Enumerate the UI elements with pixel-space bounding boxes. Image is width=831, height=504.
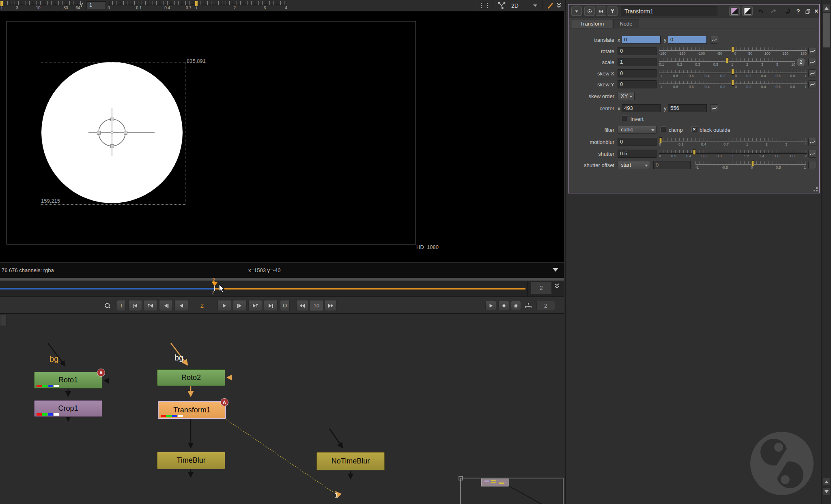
properties-scrollbar[interactable] xyxy=(821,0,831,504)
shutter-offset-slider[interactable]: -1-0.500.51 xyxy=(695,161,806,169)
invert-checkbox[interactable] xyxy=(622,116,627,121)
roto2-mask-input-stub[interactable] xyxy=(226,375,232,380)
view-mode-dropdown-arrow[interactable] xyxy=(533,4,537,7)
node-timeblur[interactable]: TimeBlur xyxy=(157,452,225,469)
shutter-offset-field[interactable]: 0 xyxy=(653,161,691,169)
annotation-pen-icon[interactable] xyxy=(546,2,554,9)
input-range-button[interactable]: I xyxy=(117,300,126,311)
scale-field[interactable]: 1 xyxy=(618,58,657,66)
frame-counter-box[interactable]: 2 xyxy=(536,301,555,310)
undo-button[interactable] xyxy=(755,6,766,16)
viewer-canvas[interactable]: 835,891 159,215 HD_1080 xyxy=(0,11,564,262)
node-crop1[interactable]: Crop1 xyxy=(34,400,102,417)
status-dropdown-arrow[interactable] xyxy=(553,268,558,272)
node-graph[interactable]: bg bg 1 Roto1 A Crop1 Roto2 xyxy=(0,313,564,504)
motionblur-animation-button[interactable] xyxy=(808,138,816,146)
skew-y-field[interactable]: 0 xyxy=(618,80,657,88)
next-keyframe-button[interactable] xyxy=(248,300,262,311)
slider-handle[interactable] xyxy=(659,137,662,143)
motionblur-slider[interactable]: 00.10.40.71234 xyxy=(659,138,807,146)
previous-keyframe-button[interactable] xyxy=(144,300,157,311)
step-forward-button[interactable] xyxy=(233,300,247,311)
skew-y-slider[interactable]: -1-0.8-0.6-0.4-0.200.20.40.60.81 xyxy=(659,81,807,89)
gamma-value-field[interactable]: 1 xyxy=(86,1,106,9)
connection-in-notimeblur[interactable] xyxy=(329,429,342,448)
slider-handle[interactable] xyxy=(732,47,734,52)
current-frame-field[interactable]: 2 xyxy=(194,302,210,309)
gain-slider-handle[interactable] xyxy=(0,1,3,6)
center-controls-button[interactable] xyxy=(584,6,595,16)
frame-range-lock-button[interactable]: O xyxy=(280,300,290,311)
help-button[interactable]: ? xyxy=(794,6,802,16)
shutter-offset-dropdown[interactable]: start xyxy=(618,161,650,169)
shutter-field[interactable]: 0.5 xyxy=(618,150,657,158)
play-forward-button[interactable] xyxy=(217,300,231,311)
transform-center-widget[interactable] xyxy=(69,90,174,176)
timeline[interactable]: 2 2 2 xyxy=(0,278,564,296)
onscreen-controls-button[interactable] xyxy=(596,6,606,16)
tab-transform[interactable]: Transform xyxy=(572,19,612,28)
lock-range-button[interactable] xyxy=(511,301,521,310)
decrease-fps-button[interactable] xyxy=(296,300,308,311)
fps-field[interactable]: 10 xyxy=(310,300,323,311)
scale-slider[interactable]: 0.10.20.30.5123510 xyxy=(659,58,795,66)
center-animation-button[interactable] xyxy=(710,104,718,112)
shutter-animation-button[interactable] xyxy=(808,150,816,158)
translate-animation-button[interactable] xyxy=(710,36,718,44)
skew-x-animation-button[interactable] xyxy=(808,69,816,77)
skew-x-slider[interactable]: -1-0.8-0.6-0.4-0.200.20.40.60.81 xyxy=(659,70,807,78)
scroll-up-button[interactable] xyxy=(822,4,831,12)
scale-animation-button[interactable] xyxy=(808,58,816,66)
increase-fps-button[interactable] xyxy=(325,300,337,311)
timeline-zoom-strip[interactable] xyxy=(0,278,564,281)
shutter-slider[interactable]: 00.20.40.60.811.21.41.61.82 xyxy=(659,150,807,158)
slider-handle[interactable] xyxy=(732,80,734,86)
slider-handle[interactable] xyxy=(693,149,696,155)
step-back-button[interactable] xyxy=(159,300,173,311)
rotate-field[interactable]: 0 xyxy=(618,47,657,55)
go-to-end-button[interactable] xyxy=(264,300,278,311)
panel-resize-grip[interactable] xyxy=(816,190,818,191)
roi-marquee-icon[interactable] xyxy=(480,2,489,9)
node-name-field[interactable]: Transform1 xyxy=(621,6,717,16)
timeline-display-mode-icon[interactable] xyxy=(523,301,534,310)
go-to-start-button[interactable] xyxy=(128,300,142,311)
gain-slider[interactable]: 13103064 xyxy=(0,1,81,11)
redo-button[interactable] xyxy=(768,6,779,16)
tracker-icon[interactable] xyxy=(497,2,506,9)
skew-x-field[interactable]: 0 xyxy=(618,69,657,77)
close-panel-button[interactable]: × xyxy=(813,6,820,16)
revert-button[interactable] xyxy=(781,6,792,16)
translate-y-field[interactable]: 0 xyxy=(668,36,707,44)
slider-handle[interactable] xyxy=(732,69,734,75)
skew-y-animation-button[interactable] xyxy=(808,80,816,88)
flipbook-play-button[interactable] xyxy=(485,301,496,310)
play-backward-button[interactable] xyxy=(174,300,188,311)
toolbar-collapse-chevrons-icon[interactable] xyxy=(555,2,562,9)
color-swatch-button[interactable] xyxy=(729,6,740,16)
gl-color-swatch-button[interactable] xyxy=(742,6,753,16)
dag-minimap[interactable] xyxy=(459,476,563,504)
panel-menu-button[interactable] xyxy=(571,6,582,16)
rotate-slider[interactable]: -180-150-100-50050100150180 xyxy=(659,47,807,56)
timeline-range-end-box[interactable]: 2 xyxy=(531,281,552,294)
node-roto1[interactable]: Roto1 A xyxy=(34,372,102,388)
view-mode-select[interactable]: 2D xyxy=(511,2,519,9)
scroll-down-button[interactable] xyxy=(822,487,831,495)
scrollbar-thumb[interactable] xyxy=(823,13,830,47)
gamma-slider-handle[interactable] xyxy=(195,1,198,6)
gamma-slider[interactable]: 00.10.40.71234 xyxy=(109,1,286,11)
black-outside-checkbox[interactable]: × xyxy=(691,127,697,132)
scroll-up-button-bottom[interactable] xyxy=(822,478,831,486)
manage-knobs-wrench-button[interactable] xyxy=(607,6,618,16)
slider-handle[interactable] xyxy=(726,58,729,63)
slider-handle[interactable] xyxy=(751,161,754,166)
float-panel-button[interactable] xyxy=(803,6,813,16)
clamp-checkbox[interactable] xyxy=(661,127,666,132)
motionblur-field[interactable]: 0 xyxy=(618,138,657,146)
tab-node[interactable]: Node xyxy=(613,19,639,28)
scale-dimensions-button[interactable]: 2 xyxy=(797,58,805,66)
center-y-field[interactable]: 556 xyxy=(668,104,707,112)
node-transform1[interactable]: Transform1 A xyxy=(158,401,226,419)
center-x-field[interactable]: 493 xyxy=(622,104,661,112)
